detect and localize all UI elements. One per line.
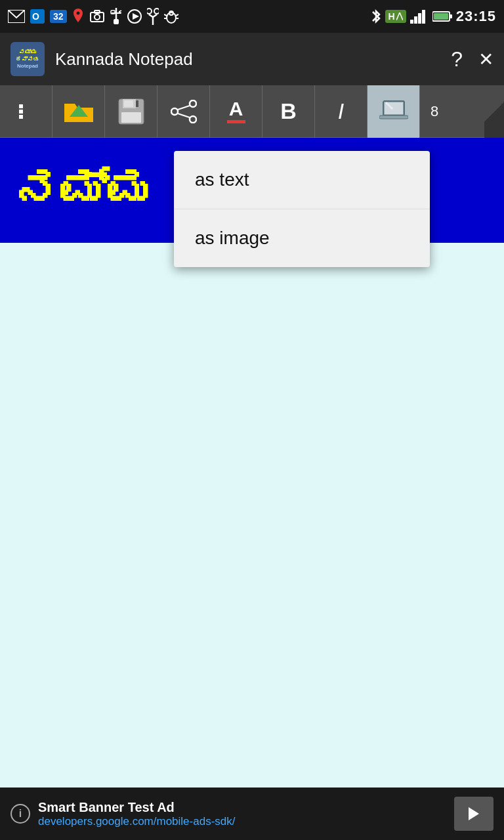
svg-rect-40 — [136, 100, 138, 107]
svg-point-4 — [94, 14, 100, 20]
close-button[interactable]: ✕ — [478, 49, 494, 70]
as-image-option[interactable]: as image — [174, 209, 430, 267]
fork-icon — [147, 8, 159, 25]
clock: 23:15 — [456, 8, 496, 25]
italic-label: I — [338, 98, 344, 124]
svg-point-43 — [190, 116, 196, 123]
svg-rect-48 — [379, 116, 408, 119]
editor-area[interactable] — [0, 243, 504, 788]
email-icon — [8, 10, 25, 23]
toolbar-corner — [484, 85, 504, 138]
svg-rect-30 — [434, 13, 448, 20]
export-button[interactable] — [368, 85, 420, 138]
share-button[interactable] — [158, 85, 210, 138]
svg-rect-31 — [450, 14, 452, 18]
svg-rect-28 — [422, 10, 425, 24]
svg-rect-34 — [19, 115, 23, 119]
svg-point-18 — [154, 9, 159, 14]
app-icon: ನಮ್ಮ ಕನ್ನಡ Notepad — [10, 42, 45, 76]
svg-point-19 — [167, 12, 176, 23]
svg-line-44 — [178, 106, 190, 110]
status-icons-right: H 23:15 — [371, 8, 496, 25]
location-icon — [72, 9, 84, 24]
app-title: Kannada Notepad — [55, 49, 440, 70]
svg-line-16 — [153, 14, 157, 17]
signal-icon — [410, 9, 429, 24]
share-dropdown: as text as image — [174, 151, 430, 267]
badge-32: 32 — [50, 10, 67, 23]
share-icon — [171, 100, 197, 123]
ad-arrow-button[interactable] — [454, 797, 494, 831]
svg-line-15 — [149, 14, 153, 17]
save-icon — [117, 98, 145, 125]
svg-rect-39 — [121, 112, 141, 123]
arrow-right-icon — [465, 805, 483, 823]
svg-point-42 — [190, 100, 196, 107]
svg-marker-50 — [469, 807, 479, 820]
font-color-button[interactable]: A — [210, 85, 262, 138]
svg-rect-38 — [124, 100, 133, 107]
folder-icon — [63, 98, 94, 125]
battery-icon — [432, 10, 452, 22]
italic-button[interactable]: I — [315, 85, 368, 138]
svg-rect-9 — [111, 10, 115, 14]
ad-url[interactable]: developers.google.com/mobile-ads-sdk/ — [38, 815, 446, 828]
font-color-label: A — [229, 99, 243, 119]
toolbar: A B I 8 — [0, 85, 504, 138]
ad-text-block: Smart Banner Test Ad developers.google.c… — [38, 800, 446, 828]
bold-button[interactable]: B — [262, 85, 315, 138]
ad-banner: i Smart Banner Test Ad developers.google… — [0, 788, 504, 840]
svg-rect-27 — [418, 13, 421, 24]
font-size-display: 8 — [420, 85, 449, 138]
svg-point-17 — [147, 9, 152, 14]
svg-point-41 — [171, 108, 178, 115]
camera-icon — [89, 10, 105, 23]
app-bar-actions: ? ✕ — [451, 47, 494, 72]
svg-rect-33 — [19, 110, 23, 114]
svg-text:O: O — [32, 11, 39, 22]
save-button[interactable] — [105, 85, 158, 138]
bold-label: B — [280, 98, 297, 124]
app-bar: ನಮ್ಮ ಕನ್ನಡ Notepad Kannada Notepad ? ✕ — [0, 33, 504, 85]
bug-icon — [164, 9, 178, 24]
play-icon — [127, 9, 142, 24]
font-color-underline — [227, 120, 245, 123]
svg-rect-26 — [414, 16, 417, 24]
status-icons-left: O 32 — [8, 8, 178, 25]
svg-rect-25 — [410, 20, 413, 24]
status-bar: O 32 H 23:15 — [0, 0, 504, 33]
usb-icon — [110, 8, 122, 25]
svg-marker-13 — [133, 13, 139, 20]
laptop-icon — [379, 100, 408, 123]
as-text-option[interactable]: as text — [174, 151, 430, 209]
menu-button[interactable] — [0, 85, 52, 138]
svg-rect-8 — [114, 19, 119, 24]
help-button[interactable]: ? — [451, 47, 463, 72]
menu-icon — [16, 103, 36, 120]
open-button[interactable] — [52, 85, 105, 138]
svg-line-45 — [178, 114, 190, 117]
bluetooth-icon — [371, 8, 381, 25]
ad-info-icon[interactable]: i — [10, 804, 30, 824]
svg-line-21 — [164, 14, 167, 16]
ad-title: Smart Banner Test Ad — [38, 800, 446, 815]
svg-line-22 — [176, 14, 178, 16]
svg-rect-32 — [19, 104, 23, 108]
outlook-icon: O — [30, 9, 45, 24]
h-network-icon: H — [385, 10, 406, 23]
